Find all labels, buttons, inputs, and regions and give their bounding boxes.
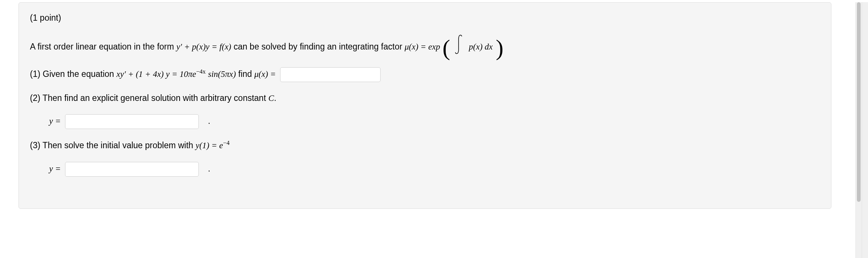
q3-trailing-period: . [208, 164, 210, 173]
intro-line: A first order linear equation in the for… [30, 34, 820, 55]
q3-pre: (3) Then solve the initial value problem… [30, 140, 195, 150]
q2-y-input[interactable] [65, 114, 199, 129]
q2-line: (2) Then find an explicit general soluti… [30, 92, 820, 105]
mu-input[interactable] [280, 67, 381, 82]
q1-pre: (1) Given the equation [30, 69, 116, 79]
points-label: (1 point) [30, 13, 61, 23]
intro-mid: can be solved by finding an integrating … [234, 42, 405, 51]
q3-exp: −4 [223, 139, 230, 146]
q1-post: find [238, 69, 254, 79]
integral-icon [455, 34, 463, 55]
q3-answer-line: y = . [30, 162, 820, 177]
inner-scroll-thumb[interactable] [857, 2, 861, 202]
points-line: (1 point) [30, 11, 820, 24]
outer-scroll-track[interactable] [862, 2, 868, 258]
q1-mu: μ(x) = [254, 69, 278, 79]
q3-y-input[interactable] [65, 162, 199, 177]
inner-scroll-track[interactable] [855, 2, 862, 258]
q1-mid: sin(5πx) [208, 69, 236, 79]
q3-y-eq: y = [49, 164, 63, 173]
problem-card: (1 point) A first order linear equation … [18, 2, 831, 209]
q2-period: . [274, 93, 276, 103]
intro-pre: A first order linear equation in the for… [30, 42, 176, 51]
q1-exp: −4x [196, 68, 206, 75]
q2-answer-line: y = . [30, 114, 820, 129]
intro-eq-lhs: y′ + p(x)y = f(x) [176, 42, 231, 51]
scrollbar-area [855, 2, 868, 258]
intro-int-body: p(x) dx [469, 42, 493, 51]
q2-y-eq: y = [49, 116, 63, 126]
q2-const: C [268, 94, 274, 103]
q3-line: (3) Then solve the initial value problem… [30, 139, 820, 152]
q1-eq: xy′ + (1 + 4x) y = 10πe [116, 69, 196, 79]
intro-mu-eq: μ(x) = exp [405, 42, 440, 51]
q2-text: (2) Then find an explicit general soluti… [30, 93, 268, 103]
q1-line: (1) Given the equation xy′ + (1 + 4x) y … [30, 67, 820, 82]
q3-cond: y(1) = e [195, 141, 223, 150]
q2-trailing-period: . [208, 116, 210, 126]
